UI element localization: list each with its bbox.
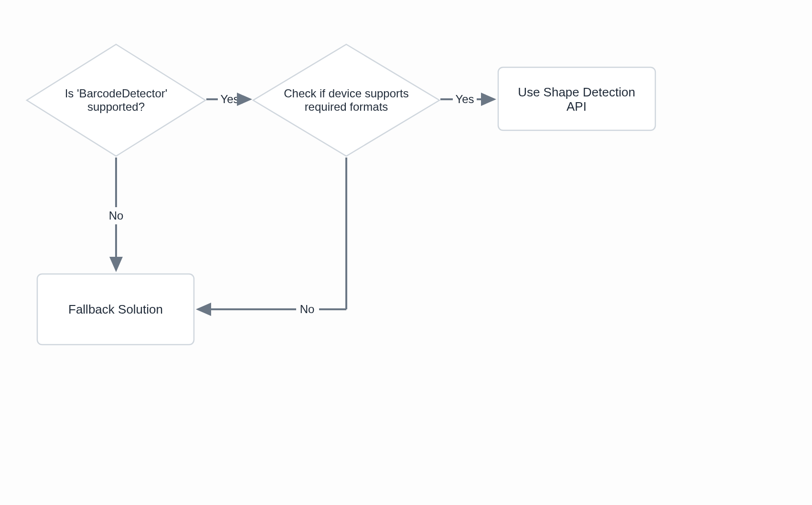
decision2-line1: Check if device supports <box>284 87 408 100</box>
decision2-line2: required formats <box>305 100 388 113</box>
edge-d1-no: No <box>104 158 128 270</box>
edge-d2-yes: Yes <box>440 91 494 108</box>
action-fallback-line1: Fallback Solution <box>68 302 163 316</box>
decision1-line1: Is 'BarcodeDetector' <box>65 87 168 100</box>
action-use-api-line1: Use Shape Detection <box>518 85 635 99</box>
edge-d2-no-label: No <box>300 303 315 316</box>
decision-device-supports-formats: Check if device supports required format… <box>253 44 439 156</box>
edge-d1-no-label: No <box>109 209 124 222</box>
edge-d2-no: No <box>198 158 346 318</box>
action-use-api-line2: API <box>566 99 587 114</box>
edge-d1-yes-label: Yes <box>220 93 239 105</box>
action-fallback-solution: Fallback Solution <box>37 274 194 345</box>
decision1-line2: supported? <box>87 100 145 113</box>
action-use-shape-detection-api: Use Shape Detection API <box>498 67 655 130</box>
flowchart-canvas: Is 'BarcodeDetector' supported? Check if… <box>0 0 812 505</box>
edge-d1-yes: Yes <box>206 91 250 108</box>
edge-d2-yes-label: Yes <box>455 93 474 105</box>
decision-barcodedetector-supported: Is 'BarcodeDetector' supported? <box>27 44 205 156</box>
